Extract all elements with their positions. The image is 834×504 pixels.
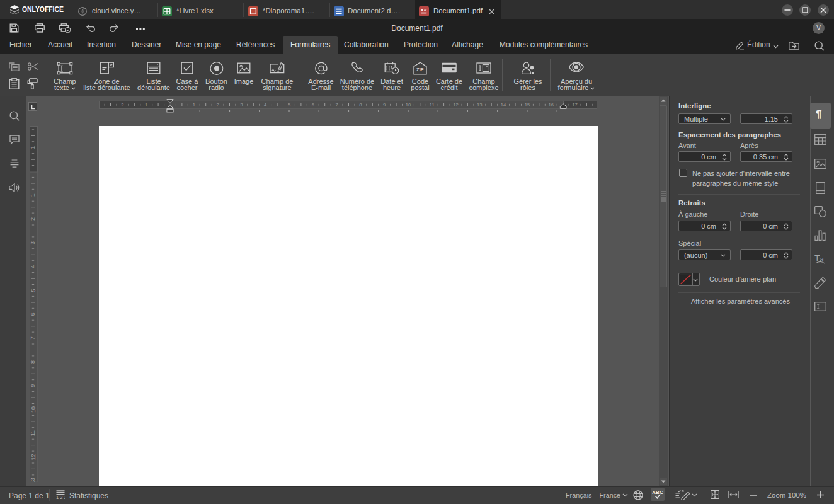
svg-text:10: 10 xyxy=(406,102,411,108)
svg-text:11: 11 xyxy=(30,430,37,436)
svg-text:7: 7 xyxy=(335,102,338,108)
svg-text:16: 16 xyxy=(548,102,553,108)
svg-text:11: 11 xyxy=(430,102,435,108)
svg-text:14: 14 xyxy=(501,102,506,108)
svg-text:8: 8 xyxy=(30,360,37,364)
svg-text:4: 4 xyxy=(30,265,37,268)
svg-text:6: 6 xyxy=(312,102,314,108)
svg-text:3: 3 xyxy=(30,241,37,244)
svg-text:13: 13 xyxy=(30,478,37,482)
svg-text:12: 12 xyxy=(453,102,458,108)
svg-text:12: 12 xyxy=(30,454,37,460)
svg-text:13: 13 xyxy=(477,102,482,108)
svg-text:7: 7 xyxy=(30,336,37,340)
svg-text:15: 15 xyxy=(525,102,530,108)
svg-text:5: 5 xyxy=(30,289,37,292)
svg-text:1: 1 xyxy=(30,146,37,149)
svg-text:1: 1 xyxy=(145,102,147,108)
svg-text:ZIP: ZIP xyxy=(416,67,424,72)
svg-text:1: 1 xyxy=(30,193,37,197)
svg-text:6: 6 xyxy=(30,312,37,316)
svg-text:2: 2 xyxy=(121,102,123,108)
svg-text:2: 2 xyxy=(30,217,37,220)
svg-text:9: 9 xyxy=(30,384,37,387)
svg-text:4: 4 xyxy=(264,102,266,108)
svg-text:17: 17 xyxy=(572,102,577,108)
svg-text:5: 5 xyxy=(288,102,290,108)
svg-text:ABC: ABC xyxy=(652,490,663,495)
svg-text:3: 3 xyxy=(240,102,243,108)
svg-text:2: 2 xyxy=(216,102,219,108)
svg-text:8: 8 xyxy=(359,102,362,108)
svg-text:1 2 3: 1 2 3 xyxy=(56,495,65,499)
svg-text:10: 10 xyxy=(30,406,37,413)
svg-text:9: 9 xyxy=(383,102,386,108)
svg-text:1: 1 xyxy=(193,102,195,108)
